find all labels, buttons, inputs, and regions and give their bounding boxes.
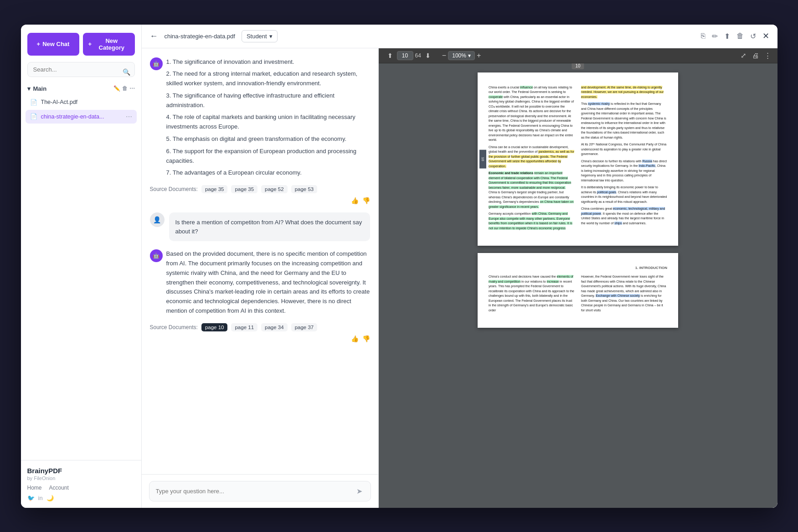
chat-input[interactable]: [156, 488, 355, 495]
source-page-52[interactable]: page 52: [261, 185, 288, 193]
pdf-two-col-2: China's conduct and decisions have cause…: [489, 274, 667, 315]
close-button[interactable]: ✕: [762, 31, 769, 41]
account-link[interactable]: Account: [49, 485, 69, 491]
chat-panel: 🤖 1. The significance of innovation and …: [142, 48, 379, 508]
upload-icon[interactable]: ⬆: [724, 32, 730, 41]
edit-icon[interactable]: ✏️: [113, 85, 120, 92]
pdf-zoom: − 100% ▾ +: [442, 51, 481, 60]
pdf-navigation: ⬆ 64 ⬇: [385, 51, 433, 60]
assistant-avatar-1: 🤖: [150, 57, 163, 70]
document-icon: 📄: [30, 99, 37, 106]
sidebar-item-ai-act[interactable]: 📄 The-AI-Act.pdf: [26, 96, 137, 109]
pdf-viewer: ⬆ 64 ⬇ − 100% ▾ + ⤢: [379, 48, 777, 508]
source-label-2: Source Documents:: [150, 324, 198, 331]
source-page-37[interactable]: page 37: [291, 323, 318, 331]
more-icon[interactable]: ⋯: [129, 85, 135, 92]
sidebar-item-label: The-AI-Act.pdf: [41, 99, 132, 105]
sidebar: + New Chat + New Category 🔍 ▾ Main ✏️ 🗑 …: [21, 25, 142, 508]
document-icon-2: 📄: [30, 113, 37, 120]
search-input[interactable]: [27, 62, 135, 77]
sidebar-item-label-2: china-strategie-en-data...: [41, 114, 122, 120]
pdf-toolbar-right: ⤢ 🖨 ⋮: [741, 52, 771, 60]
brand-name: BrainyPDF: [27, 467, 135, 475]
main-section-header[interactable]: ▾ Main ✏️ 🗑 ⋯: [26, 83, 137, 95]
trash-icon[interactable]: 🗑: [736, 32, 744, 40]
source-page-11[interactable]: page 11: [231, 323, 257, 331]
prev-page-button[interactable]: ⬆: [385, 51, 395, 60]
assistant-message-2: 🤖 Based on the provided document, there …: [150, 249, 370, 342]
plus-icon-2: +: [88, 41, 92, 47]
assistant-content-2: Based on the provided document, there is…: [166, 249, 370, 319]
page-indicator-10: 10: [479, 150, 486, 168]
thumbs-down-icon[interactable]: 👎: [362, 197, 370, 204]
total-pages: 64: [415, 52, 421, 59]
thumbs-up-icon-2[interactable]: 👍: [351, 335, 359, 342]
pdf-col-right-2: However, the Federal Government never lo…: [581, 274, 667, 315]
linkedin-icon[interactable]: in: [38, 495, 43, 501]
source-docs-1: Source Documents: page 35 page 35 page 5…: [150, 185, 370, 193]
source-page-53[interactable]: page 53: [291, 185, 318, 193]
source-page-34[interactable]: page 34: [261, 323, 288, 331]
page-number-10: 10: [571, 63, 584, 69]
item-more-icon[interactable]: ⋯: [126, 113, 132, 120]
section-title: 1. INTRODUCTION: [489, 266, 667, 270]
brand-sub: by FileOnion: [27, 475, 135, 481]
sidebar-footer: BrainyPDF by FileOnion Home Account 🐦 in…: [21, 460, 141, 508]
new-chat-button[interactable]: + New Chat: [27, 33, 79, 56]
content-area: 🤖 1. The significance of innovation and …: [142, 48, 777, 508]
mode-label: Student: [247, 33, 267, 40]
search-container: 🔍: [21, 62, 141, 83]
feedback-2: 👍 👎: [150, 335, 370, 342]
section-title: Main: [33, 85, 47, 92]
source-docs-2: Source Documents: page 10 page 11 page 3…: [150, 323, 370, 331]
back-button[interactable]: ←: [150, 31, 158, 41]
pdf-two-col-1: China exerts a crucial influence on all …: [489, 85, 667, 233]
thumbs-down-icon-2[interactable]: 👎: [362, 335, 370, 342]
sidebar-header: + New Chat + New Category: [21, 25, 141, 62]
user-message-1: 👤 Is there a mention of competiton from …: [150, 212, 370, 241]
user-avatar: 👤: [150, 212, 165, 227]
fit-page-icon[interactable]: ⤢: [741, 52, 747, 60]
print-icon[interactable]: 🖨: [752, 52, 759, 60]
pdf-content[interactable]: 10 10 China exerts a crucial influence o…: [379, 63, 777, 508]
twitter-icon[interactable]: 🐦: [27, 495, 35, 501]
chat-input-wrap: ➤: [149, 481, 371, 501]
sidebar-item-china[interactable]: 📄 china-strategie-en-data... ⋯: [26, 110, 137, 124]
edit-icon-2[interactable]: ✏: [712, 32, 718, 41]
source-page-35b[interactable]: page 35: [231, 185, 257, 193]
thumbs-up-icon[interactable]: 👍: [351, 197, 359, 204]
chevron-down-icon-3: ▾: [468, 52, 471, 59]
topbar-actions: ⎘ ✏ ⬆ 🗑 ↺: [701, 32, 756, 41]
pdf-col-left-2: China's conduct and decisions have cause…: [489, 274, 575, 315]
chat-input-area: ➤: [142, 474, 378, 508]
zoom-value[interactable]: 100% ▾: [448, 51, 475, 60]
refresh-icon[interactable]: ↺: [750, 32, 756, 41]
section-edit-icons: ✏️ 🗑 ⋯: [113, 85, 135, 92]
share-icon[interactable]: ⎘: [701, 32, 705, 40]
main-content: ← china-strategie-en-data.pdf Student ▾ …: [142, 25, 777, 508]
more-options-icon[interactable]: ⋮: [764, 52, 771, 60]
chat-messages: 🤖 1. The significance of innovation and …: [142, 48, 378, 474]
source-page-10[interactable]: page 10: [201, 323, 228, 331]
next-page-button[interactable]: ⬇: [423, 51, 433, 60]
topbar: ← china-strategie-en-data.pdf Student ▾ …: [142, 25, 777, 48]
send-button[interactable]: ➤: [355, 486, 364, 496]
source-page-35a[interactable]: page 35: [201, 185, 228, 193]
zoom-out-button[interactable]: −: [442, 52, 446, 60]
new-category-button[interactable]: + New Category: [83, 33, 135, 56]
pdf-page-intro: 1. INTRODUCTION China's conduct and deci…: [478, 253, 678, 328]
user-bubble-1: Is there a mention of competiton from AI…: [169, 212, 370, 241]
pdf-toolbar: ⬆ 64 ⬇ − 100% ▾ + ⤢: [379, 48, 777, 63]
mode-dropdown[interactable]: Student ▾: [242, 30, 278, 42]
delete-icon[interactable]: 🗑: [122, 85, 128, 92]
home-link[interactable]: Home: [27, 485, 42, 491]
page-input[interactable]: [397, 51, 413, 60]
plus-icon: +: [37, 41, 41, 47]
theme-toggle-icon[interactable]: 🌙: [46, 495, 54, 501]
footer-nav: Home Account: [27, 485, 135, 491]
zoom-in-button[interactable]: +: [477, 52, 481, 60]
source-label-1: Source Documents:: [150, 186, 198, 192]
feedback-1: 👍 👎: [150, 197, 370, 204]
filename-label: china-strategie-en-data.pdf: [165, 33, 235, 40]
pdf-col-right-1: and development. At the same time, de-ri…: [581, 85, 667, 233]
